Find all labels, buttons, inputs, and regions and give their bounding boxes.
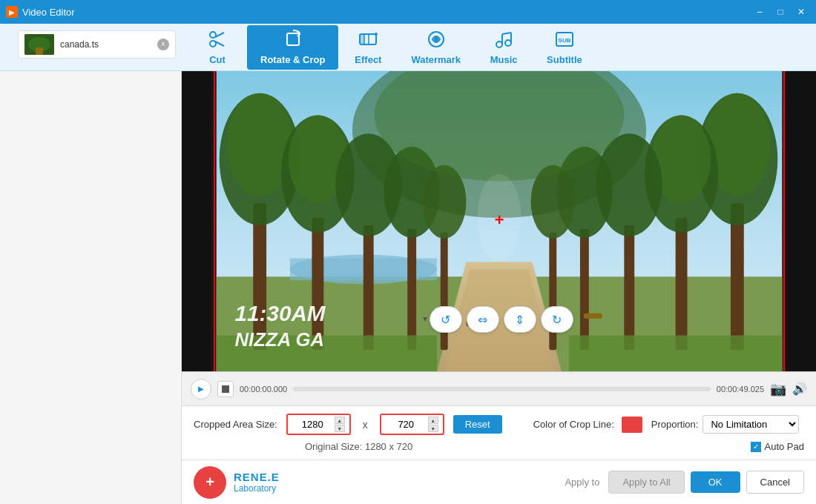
tab-subtitle-label: Subtitle xyxy=(547,54,582,65)
camera-icon[interactable]: 📷 xyxy=(770,381,786,397)
tab-watermark[interactable]: Watermark xyxy=(398,25,474,70)
crop-width-down[interactable]: ▼ xyxy=(335,425,345,432)
black-bar-left xyxy=(182,71,211,371)
svg-rect-57 xyxy=(583,313,602,318)
svg-point-3 xyxy=(210,32,216,38)
rotate-crop-icon xyxy=(283,30,303,52)
proportion-section: Proportion: No Limitation 16:9 4:3 1:1 9… xyxy=(651,415,800,434)
svg-point-15 xyxy=(496,42,502,47)
subtitle-icon: SUB xyxy=(555,30,574,52)
logo-sub: Laboratory xyxy=(234,483,280,494)
ok-button[interactable]: OK xyxy=(691,471,740,493)
file-tab[interactable]: canada.ts × xyxy=(18,30,176,59)
tab-cut-label: Cut xyxy=(209,54,226,65)
rotate-cw-button[interactable]: ↺ xyxy=(430,306,462,333)
minimize-button[interactable]: – xyxy=(751,4,769,19)
main-content: 11:30AM NIZZA GA + ▾ ↺ ⇔ ⇕ ↻ ▶ xyxy=(0,71,816,504)
size-separator: x xyxy=(363,419,368,431)
file-name: canada.ts xyxy=(60,39,151,50)
logo-text: RENE.E Laboratory xyxy=(234,471,280,494)
progress-bar[interactable] xyxy=(293,387,711,391)
cut-icon xyxy=(208,30,227,52)
video-wrapper: 11:30AM NIZZA GA + ▾ ↺ ⇔ ⇕ ↻ ▶ xyxy=(182,71,816,504)
proportion-label: Proportion: xyxy=(651,419,699,430)
svg-rect-48 xyxy=(579,228,588,349)
crop-height-spinners: ▲ ▼ xyxy=(428,417,438,432)
original-row: Original Size: 1280 x 720 ✓ Auto Pad xyxy=(194,441,804,452)
flip-v-button[interactable]: ⇕ xyxy=(504,306,536,333)
svg-rect-9 xyxy=(360,34,364,44)
crop-height-up[interactable]: ▲ xyxy=(428,417,438,424)
time-end: 00:00:49.025 xyxy=(717,385,764,394)
svg-line-19 xyxy=(502,33,511,34)
dropdown-arrow: ▾ xyxy=(423,314,427,324)
color-label: Color of Crop Line: xyxy=(533,419,614,430)
sidebar xyxy=(0,71,182,504)
play-button[interactable]: ▶ xyxy=(191,379,211,399)
svg-rect-7 xyxy=(287,33,299,45)
proportion-select[interactable]: No Limitation 16:9 4:3 1:1 9:16 xyxy=(703,415,799,434)
tab-rotate-crop[interactable]: Rotate & Crop xyxy=(247,25,338,70)
tab-music[interactable]: Music xyxy=(474,25,533,70)
svg-text:SUB: SUB xyxy=(558,37,570,44)
volume-icon[interactable]: 🔊 xyxy=(792,382,807,396)
tab-effect-label: Effect xyxy=(355,54,381,65)
title-bar: ▶ Video Editor – □ ✕ xyxy=(0,0,816,24)
bottom-controls: Cropped Area Size: ▲ ▼ x ▲ ▼ Reset xyxy=(182,405,816,460)
crop-width-input[interactable] xyxy=(292,419,333,430)
file-close-button[interactable]: × xyxy=(157,39,169,50)
svg-rect-46 xyxy=(624,225,634,349)
svg-text:+: + xyxy=(494,210,504,228)
svg-text:11:30AM: 11:30AM xyxy=(234,300,326,325)
auto-pad-checkbox[interactable]: ✓ xyxy=(751,442,761,452)
crop-row: Cropped Area Size: ▲ ▼ x ▲ ▼ Reset xyxy=(194,414,804,435)
stop-button[interactable] xyxy=(217,381,234,397)
crop-width-up[interactable]: ▲ xyxy=(335,417,345,424)
crop-width-spinners: ▲ ▼ xyxy=(335,417,345,432)
crop-area-label: Cropped Area Size: xyxy=(194,419,277,430)
svg-rect-34 xyxy=(363,225,373,349)
color-section: Color of Crop Line: xyxy=(533,417,642,433)
svg-rect-36 xyxy=(407,228,416,349)
app-icon: ▶ xyxy=(6,6,18,18)
effect-icon xyxy=(358,30,378,52)
footer: + RENE.E Laboratory Apply to Apply to Al… xyxy=(182,460,816,504)
original-size-label: Original Size: 1280 x 720 xyxy=(305,441,412,452)
logo-name: RENE.E xyxy=(234,471,280,483)
footer-buttons: Apply to Apply to All OK Cancel xyxy=(565,471,804,494)
crop-height-down[interactable]: ▼ xyxy=(428,425,438,432)
time-start: 00:00:00.000 xyxy=(240,385,287,394)
crop-line-color-swatch[interactable] xyxy=(622,417,642,433)
rotate-ccw-button[interactable]: ↻ xyxy=(541,306,573,333)
apply-to-label: Apply to xyxy=(565,477,599,488)
close-button[interactable]: ✕ xyxy=(792,4,810,19)
tab-cut[interactable]: Cut xyxy=(188,25,247,70)
playback-bar: ▶ 00:00:00.000 00:00:49.025 📷 🔊 xyxy=(182,371,816,405)
black-bar-right xyxy=(786,71,816,371)
reset-button[interactable]: Reset xyxy=(453,415,502,434)
video-container: 11:30AM NIZZA GA + ▾ ↺ ⇔ ⇕ ↻ xyxy=(182,71,816,371)
tab-effect[interactable]: Effect xyxy=(338,25,398,70)
crop-width-group: ▲ ▼ xyxy=(286,414,351,435)
flip-h-button[interactable]: ⇔ xyxy=(467,306,499,333)
tab-rotate-crop-label: Rotate & Crop xyxy=(260,54,325,65)
maximize-button[interactable]: □ xyxy=(771,4,789,19)
tab-subtitle[interactable]: SUB Subtitle xyxy=(533,25,596,70)
tabs-bar: canada.ts × Cut Rotate & Crop xyxy=(0,24,816,71)
apply-to-all-button[interactable]: Apply to All xyxy=(608,471,684,494)
svg-rect-55 xyxy=(569,335,782,371)
watermark-icon xyxy=(427,30,446,52)
crop-height-input[interactable] xyxy=(386,419,427,430)
svg-point-16 xyxy=(505,40,511,46)
svg-point-14 xyxy=(434,37,438,42)
logo-area: + RENE.E Laboratory xyxy=(194,466,280,499)
file-thumbnail xyxy=(24,34,54,55)
cancel-button[interactable]: Cancel xyxy=(746,471,804,494)
svg-point-4 xyxy=(210,41,216,47)
app-title: Video Editor xyxy=(22,7,75,18)
tab-watermark-label: Watermark xyxy=(411,54,461,65)
music-icon xyxy=(494,30,513,52)
auto-pad-label: Auto Pad xyxy=(765,441,805,452)
svg-rect-43 xyxy=(675,218,687,350)
logo-icon: + xyxy=(194,466,226,499)
